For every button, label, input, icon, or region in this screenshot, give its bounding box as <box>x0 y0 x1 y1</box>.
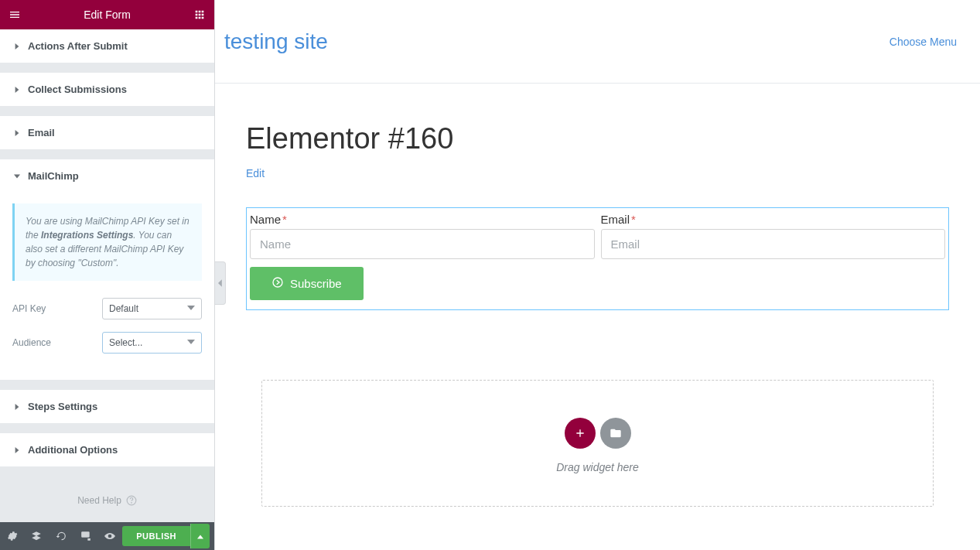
email-label: Email* <box>601 213 946 226</box>
site-title[interactable]: testing site <box>224 29 328 54</box>
edit-link[interactable]: Edit <box>246 167 265 179</box>
publish-options-button[interactable] <box>190 524 210 548</box>
subscribe-button[interactable]: Subscribe <box>250 267 364 300</box>
preview-icon[interactable] <box>98 522 123 550</box>
help-icon <box>126 495 137 506</box>
required-asterisk: * <box>282 213 287 226</box>
audience-value: Select... <box>109 337 142 348</box>
name-label: Name* <box>250 213 595 226</box>
section-email[interactable]: Email <box>0 116 214 150</box>
required-asterisk: * <box>631 213 636 226</box>
section-label: MailChimp <box>28 170 79 182</box>
chevron-right-icon <box>14 84 20 95</box>
chevron-down-icon <box>187 337 195 348</box>
mailchimp-info: You are using MailChimp API Key set in t… <box>12 203 202 281</box>
section-label: Collect Submissions <box>28 84 127 95</box>
chevron-right-icon <box>14 127 20 138</box>
api-key-row: API Key Default <box>12 298 202 319</box>
page-title: Elementor #160 <box>246 122 949 155</box>
app-root: Edit Form Actions After Submit Collect S… <box>0 0 980 550</box>
page-content: Elementor #160 Edit Name* Email* Su <box>215 84 980 550</box>
menu-icon[interactable] <box>0 0 29 29</box>
email-field-col: Email* <box>598 213 949 259</box>
chevron-right-icon <box>14 444 20 456</box>
section-label: Additional Options <box>28 444 118 456</box>
audience-row: Audience Select... <box>12 332 202 354</box>
section-mailchimp-body: You are using MailChimp API Key set in t… <box>0 203 214 380</box>
settings-icon[interactable] <box>0 522 25 550</box>
section-steps-settings[interactable]: Steps Settings <box>0 390 214 424</box>
publish-button[interactable]: PUBLISH <box>122 526 190 546</box>
name-field-col: Name* <box>247 213 598 259</box>
section-label: Actions After Submit <box>28 40 128 52</box>
chevron-down-icon <box>14 170 20 182</box>
apps-icon[interactable] <box>185 0 214 29</box>
section-mailchimp: MailChimp You are using MailChimp API Ke… <box>0 159 214 381</box>
section-mailchimp-header[interactable]: MailChimp <box>0 159 214 193</box>
chevron-right-circle-icon <box>271 276 284 291</box>
section-actions-after-submit[interactable]: Actions After Submit <box>0 29 214 63</box>
svg-point-2 <box>273 278 282 287</box>
choose-menu-link[interactable]: Choose Menu <box>890 36 957 48</box>
chevron-right-icon <box>14 401 20 412</box>
section-collect-submissions[interactable]: Collect Submissions <box>0 73 214 107</box>
api-key-value: Default <box>109 303 138 314</box>
email-input[interactable] <box>601 229 946 259</box>
add-template-button[interactable] <box>600 418 631 449</box>
form-widget[interactable]: Name* Email* Subscribe <box>246 207 949 310</box>
sidebar-title: Edit Form <box>84 9 131 21</box>
section-additional-options[interactable]: Additional Options <box>0 433 214 467</box>
audience-label: Audience <box>12 337 102 348</box>
chevron-right-icon <box>14 40 20 52</box>
editor-canvas: testing site Choose Menu Elementor #160 … <box>215 0 980 550</box>
svg-point-1 <box>131 503 132 504</box>
responsive-icon[interactable] <box>73 522 98 550</box>
sidebar-footer: PUBLISH <box>0 522 214 550</box>
editor-sidebar: Edit Form Actions After Submit Collect S… <box>0 0 215 550</box>
audience-select[interactable]: Select... <box>102 332 202 354</box>
section-label: Email <box>28 127 55 138</box>
name-input[interactable] <box>250 229 595 259</box>
api-key-select[interactable]: Default <box>102 298 202 319</box>
history-icon[interactable] <box>49 522 73 550</box>
drop-zone[interactable]: Drag widget here <box>261 380 934 507</box>
site-header: testing site Choose Menu <box>215 0 980 84</box>
need-help-link[interactable]: Need Help <box>0 495 214 506</box>
section-label: Steps Settings <box>28 401 97 412</box>
navigator-icon[interactable] <box>25 522 50 550</box>
drop-zone-text: Drag widget here <box>262 461 933 473</box>
sidebar-header: Edit Form <box>0 0 214 29</box>
accordion: Actions After Submit Collect Submissions… <box>0 29 214 522</box>
collapse-sidebar-handle[interactable] <box>215 261 226 305</box>
add-section-button[interactable] <box>565 418 596 449</box>
chevron-down-icon <box>187 303 195 314</box>
api-key-label: API Key <box>12 303 102 314</box>
